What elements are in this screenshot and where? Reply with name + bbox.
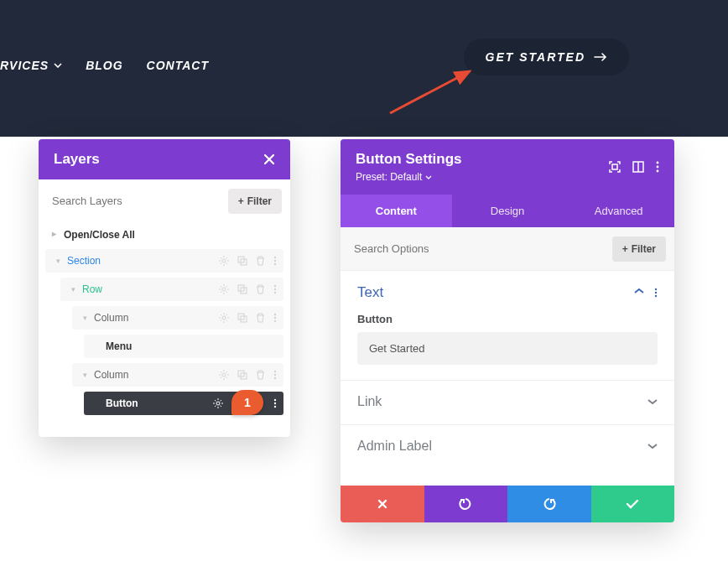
trash-icon[interactable] <box>256 370 265 380</box>
section-admin-label: Admin Label <box>341 424 674 469</box>
get-started-label: GET STARTED <box>486 50 586 64</box>
nav-blog[interactable]: BLOG <box>86 59 122 72</box>
svg-point-18 <box>274 320 276 322</box>
columns-icon[interactable] <box>632 161 644 173</box>
svg-point-5 <box>274 260 276 262</box>
layer-column-1[interactable]: ▾ Column <box>72 306 283 330</box>
nav-contact[interactable]: CONTACT <box>147 59 209 72</box>
svg-point-35 <box>655 288 657 290</box>
get-started-button[interactable]: GET STARTED <box>464 39 630 75</box>
duplicate-icon[interactable] <box>237 370 247 380</box>
duplicate-icon[interactable] <box>237 284 247 294</box>
layer-row-label: Row <box>79 283 219 295</box>
svg-point-4 <box>274 257 276 258</box>
svg-point-6 <box>274 263 276 265</box>
gear-icon[interactable] <box>219 256 229 266</box>
close-icon <box>377 498 388 510</box>
layer-row[interactable]: ▾ Row <box>60 278 283 301</box>
button-text-input[interactable]: Get Started <box>357 332 658 365</box>
svg-point-28 <box>274 406 276 408</box>
settings-filter-label: Filter <box>632 243 656 255</box>
settings-filter-button[interactable]: + Filter <box>612 236 666 262</box>
settings-preset[interactable]: Preset: Default <box>356 171 462 183</box>
layers-title: Layers <box>54 151 100 168</box>
dots-icon[interactable] <box>654 288 658 298</box>
redo-button[interactable] <box>507 486 591 522</box>
gear-icon[interactable] <box>219 313 229 323</box>
svg-rect-29 <box>612 164 617 169</box>
layers-search-input[interactable] <box>47 188 221 214</box>
arrow-right-icon <box>594 53 607 61</box>
layer-section[interactable]: ▾ Section <box>45 249 283 273</box>
expand-icon[interactable] <box>647 398 658 405</box>
svg-point-7 <box>222 288 226 291</box>
svg-point-11 <box>274 288 276 290</box>
layer-column-2[interactable]: ▾ Column <box>72 363 283 387</box>
layer-tree: ▾ Section ▾ Row <box>39 249 290 437</box>
redo-icon <box>543 498 556 510</box>
svg-point-34 <box>657 170 659 173</box>
delete-button[interactable] <box>341 486 424 522</box>
svg-point-37 <box>655 295 657 297</box>
layers-panel: Layers + Filter Open/Close All ▾ Section <box>39 139 290 437</box>
save-button[interactable] <box>591 486 675 522</box>
section-text-title: Text <box>357 284 383 301</box>
caret-down-icon <box>425 175 432 179</box>
svg-line-0 <box>390 71 470 113</box>
settings-search-input[interactable] <box>349 236 606 262</box>
layer-column-label: Column <box>91 312 219 324</box>
svg-point-24 <box>274 377 276 379</box>
expand-icon[interactable] <box>647 443 658 449</box>
svg-point-13 <box>222 316 226 319</box>
main-nav: RVICES BLOG CONTACT <box>0 59 209 72</box>
layers-filter-button[interactable]: + Filter <box>228 189 282 214</box>
gear-icon[interactable] <box>219 370 229 380</box>
svg-point-27 <box>274 403 276 404</box>
settings-search-row: + Filter <box>341 227 674 270</box>
tab-content[interactable]: Content <box>341 195 452 227</box>
dots-icon[interactable] <box>273 313 277 323</box>
duplicate-icon[interactable] <box>237 256 247 266</box>
svg-point-1 <box>222 259 226 262</box>
undo-button[interactable] <box>424 486 508 522</box>
collapse-icon[interactable] <box>634 288 644 298</box>
dots-icon[interactable] <box>273 370 277 380</box>
dots-icon[interactable] <box>273 256 277 266</box>
tab-design[interactable]: Design <box>452 195 564 227</box>
undo-icon <box>459 498 472 510</box>
svg-point-33 <box>657 166 659 169</box>
layer-menu[interactable]: Menu <box>84 335 283 358</box>
section-text-head[interactable]: Text <box>357 284 658 301</box>
open-close-all[interactable]: Open/Close All <box>39 222 290 249</box>
svg-point-23 <box>274 374 276 376</box>
settings-preset-label: Preset: Default <box>356 171 422 183</box>
svg-point-16 <box>274 314 276 315</box>
check-icon <box>626 499 639 509</box>
gear-icon[interactable] <box>219 284 229 294</box>
trash-icon[interactable] <box>256 313 265 323</box>
gear-icon[interactable] <box>213 398 223 408</box>
close-icon[interactable] <box>263 153 275 165</box>
svg-point-12 <box>274 292 276 293</box>
nav-contact-label: CONTACT <box>147 59 209 72</box>
dots-icon[interactable] <box>273 284 277 294</box>
svg-point-25 <box>216 402 220 405</box>
section-admin-head[interactable]: Admin Label <box>357 439 658 454</box>
button-field-label: Button <box>357 313 658 325</box>
duplicate-icon[interactable] <box>237 313 247 323</box>
tab-advanced[interactable]: Advanced <box>563 195 674 227</box>
dots-icon[interactable] <box>273 398 277 408</box>
layer-button-label: Button <box>102 397 213 409</box>
layers-filter-label: Filter <box>247 195 272 207</box>
website-header: RVICES BLOG CONTACT GET STARTED <box>0 0 728 137</box>
nav-services[interactable]: RVICES <box>0 59 62 72</box>
callout-1: 1 <box>231 390 263 415</box>
svg-point-10 <box>274 285 276 287</box>
dots-icon[interactable] <box>656 161 659 173</box>
trash-icon[interactable] <box>256 256 265 266</box>
trash-icon[interactable] <box>256 284 265 294</box>
expand-icon[interactable] <box>609 161 621 173</box>
section-text: Text Button Get Started <box>341 270 674 380</box>
settings-title: Button Settings <box>356 151 462 168</box>
section-link-head[interactable]: Link <box>357 394 658 409</box>
